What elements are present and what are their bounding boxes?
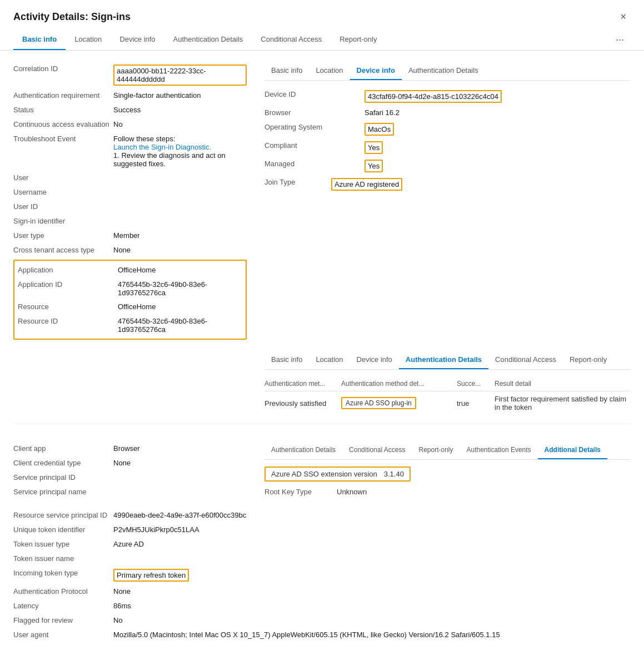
value-client-app: Browser	[113, 444, 247, 453]
value-flagged: No	[113, 616, 631, 624]
row-flagged: Flagged for review No	[13, 613, 631, 628]
value-application-id: 4765445b-32c6-49b0-83e6-1d93765276ca	[118, 280, 242, 297]
label-application: Application	[18, 266, 118, 274]
device-tab-auth[interactable]: Authentication Details	[402, 62, 485, 80]
value-device-id: 43cfaf69-0f94-4d2e-a815-c103226c4c04	[365, 90, 631, 103]
label-client-credential: Client credential type	[13, 459, 113, 467]
col-header-result: Result detail	[495, 380, 631, 388]
modal-header: Activity Details: Sign-ins ×	[0, 0, 644, 29]
auth-tab-location[interactable]: Location	[309, 351, 350, 369]
label-latency: Latency	[13, 602, 113, 610]
value-auth-requirement: Single-factor authentication	[113, 91, 247, 100]
add-tab-additional-details[interactable]: Additional Details	[538, 441, 607, 459]
row-sp-id: Service principal ID	[13, 470, 247, 485]
value-browser: Safari 16.2	[365, 108, 631, 117]
value-auth-protocol: None	[113, 587, 631, 595]
row-device-id: Device ID 43cfaf69-0f94-4d2e-a815-c10322…	[264, 87, 631, 106]
label-token-issuer-name: Token issuer name	[13, 554, 113, 563]
label-auth-protocol: Authentication Protocol	[13, 587, 113, 595]
add-tab-report[interactable]: Report-only	[412, 441, 460, 459]
tab-basic-info[interactable]: Basic info	[13, 29, 66, 50]
label-resource: Resource	[18, 302, 118, 311]
row-user-type: User type Member	[13, 229, 247, 243]
value-os: MacOs	[365, 123, 631, 136]
label-managed: Managed	[264, 160, 365, 168]
col-header-auth-method: Authentication met...	[264, 380, 337, 388]
auth-tab-auth-details[interactable]: Authentication Details	[399, 351, 488, 369]
label-user: User	[13, 173, 113, 182]
tab-conditional-access[interactable]: Conditional Access	[252, 29, 331, 50]
row-signin-identifier: Sign-in identifier	[13, 214, 247, 229]
sign-in-diagnostic-link[interactable]: Launch the Sign-in Diagnostic.	[113, 143, 211, 151]
label-application-id: Application ID	[18, 280, 118, 289]
bottom-content: Client app Browser Client credential typ…	[0, 433, 644, 508]
label-user-type: User type	[13, 231, 113, 240]
os-box: MacOs	[365, 123, 394, 136]
right-panel-top: Basic info Location Device info Authenti…	[264, 62, 631, 340]
add-tab-conditional[interactable]: Conditional Access	[342, 441, 412, 459]
label-troubleshoot: Troubleshoot Event	[13, 135, 113, 143]
tab-authentication-details[interactable]: Authentication Details	[164, 29, 252, 50]
row-root-key: Root Key Type Unknown	[264, 485, 631, 499]
label-unique-token: Unique token identifier	[13, 525, 113, 534]
device-tab-location[interactable]: Location	[309, 62, 350, 80]
add-tab-auth-details[interactable]: Authentication Details	[264, 441, 342, 459]
managed-box: Yes	[365, 160, 383, 172]
join-type-box: Azure AD registered	[331, 178, 402, 191]
application-group-box: Application OfficeHome Application ID 47…	[13, 260, 247, 340]
value-incoming-token: Primary refresh token	[113, 569, 631, 582]
col-header-auth-detail: Authentication method det...	[341, 380, 452, 388]
row-troubleshoot: Troubleshoot Event Follow these steps: L…	[13, 132, 247, 171]
cell-result: First factor requirement satisfied by cl…	[495, 395, 631, 411]
value-user-type: Member	[113, 231, 247, 240]
value-root-key: Unknown	[337, 488, 367, 496]
value-latency: 86ms	[113, 602, 631, 610]
auth-tab-report[interactable]: Report-only	[563, 351, 613, 369]
bottom-right-panel: Authentication Details Conditional Acces…	[264, 441, 631, 499]
auth-table-header: Authentication met... Authentication met…	[264, 376, 631, 391]
label-browser: Browser	[264, 108, 365, 117]
value-join-type: Azure AD registered	[331, 178, 631, 191]
row-user-agent: User agent Mozilla/5.0 (Macintosh; Intel…	[13, 628, 631, 642]
row-application: Application OfficeHome	[18, 263, 242, 277]
row-resource-sp-id: Resource service principal ID 4990eaeb-d…	[13, 508, 631, 523]
tab-device-info[interactable]: Device info	[111, 29, 164, 50]
label-cae: Continuous access evaluation	[13, 120, 113, 128]
close-button[interactable]: ×	[616, 9, 631, 25]
label-signin-identifier: Sign-in identifier	[13, 217, 113, 225]
value-token-issuer-type: Azure AD	[113, 540, 631, 548]
bottom-left-panel: Client app Browser Client credential typ…	[13, 441, 247, 499]
cell-auth-method: Previously satisfied	[264, 399, 337, 408]
more-options[interactable]: ···	[609, 29, 631, 50]
device-tab-device[interactable]: Device info	[350, 62, 402, 80]
add-tab-auth-events[interactable]: Authentication Events	[460, 441, 538, 459]
device-tab-bar: Basic info Location Device info Authenti…	[264, 62, 631, 81]
compliant-box: Yes	[365, 141, 383, 154]
modal: Activity Details: Sign-ins × Basic info …	[0, 0, 644, 670]
tab-location[interactable]: Location	[66, 29, 111, 50]
row-username: Username	[13, 185, 247, 200]
auth-tab-basic[interactable]: Basic info	[264, 351, 309, 369]
row-cross-tenant: Cross tenant access type None	[13, 243, 247, 257]
row-compliant: Compliant Yes	[264, 138, 631, 157]
auth-tab-device[interactable]: Device info	[350, 351, 399, 369]
device-id-box: 43cfaf69-0f94-4d2e-a815-c103226c4c04	[365, 90, 502, 103]
row-application-id: Application ID 4765445b-32c6-49b0-83e6-1…	[18, 277, 242, 300]
auth-tab-conditional[interactable]: Conditional Access	[488, 351, 563, 369]
extra-info-section: Resource service principal ID 4990eaeb-d…	[0, 508, 644, 656]
row-client-credential: Client credential type None	[13, 456, 247, 470]
label-client-app: Client app	[13, 444, 113, 453]
device-tab-basic[interactable]: Basic info	[264, 62, 309, 80]
content-area-top: Correlation ID aaaa0000-bb11-2222-33cc-4…	[0, 51, 644, 351]
sso-version-box: Azure AD SSO extension version 3.1.40	[264, 466, 411, 482]
label-join-type: Join Type	[264, 178, 331, 186]
row-cae: Continuous access evaluation No	[13, 117, 247, 132]
row-resource-id: Resource ID 4765445b-32c6-49b0-83e6-1d93…	[18, 314, 242, 336]
value-compliant: Yes	[365, 141, 631, 154]
label-user-id: User ID	[13, 202, 113, 211]
tab-report-only[interactable]: Report-only	[331, 29, 386, 50]
value-managed: Yes	[365, 160, 631, 172]
sso-version-label: Azure AD SSO extension version	[271, 470, 377, 478]
label-compliant: Compliant	[264, 141, 365, 150]
row-managed: Managed Yes	[264, 157, 631, 175]
